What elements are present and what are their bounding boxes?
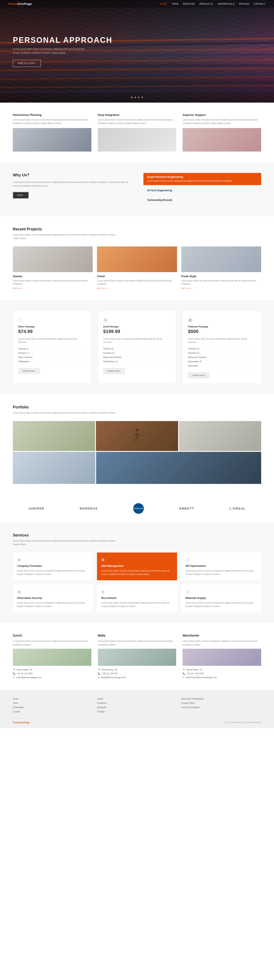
service-text-3: Lorem ipsum dolor sit amet consectetuer … [186, 569, 257, 576]
services-title: Services [13, 533, 261, 538]
pricing-features-3: Hosting x10Domains x5Advanced FeaturesAu… [188, 347, 256, 368]
nav-link-pricing[interactable]: Pricing [239, 3, 250, 5]
nav-link-services[interactable]: Services [183, 3, 195, 5]
footer-link-2-1[interactable]: Twitter [97, 698, 103, 700]
service-icon-6: ◎ [186, 589, 257, 594]
footer-link-1-4[interactable]: Contact [13, 711, 20, 713]
location-email-3: ✉manchester@fumoonepage.com [183, 676, 261, 679]
pricing-btn-2[interactable]: Order Now › [103, 368, 125, 374]
service-icon-3: ◎ [186, 557, 257, 562]
nav-link-home[interactable]: Home [160, 3, 167, 5]
pricing-feature: Newsletter [188, 364, 256, 368]
portfolio-item-3[interactable] [179, 421, 261, 451]
hero-dot-2[interactable] [135, 97, 136, 98]
why-us-left: Why Us? Lorem ipsum dolor sit amet conse… [13, 173, 131, 198]
service-icon-1: ◉ [17, 557, 88, 562]
location-text-2: Lorem ipsum dolor sit amet consectetuer … [98, 639, 176, 647]
footer-link-2-3[interactable]: Instagram [97, 706, 106, 708]
svg-line-7 [0, 74, 274, 75]
service-card-3: ◎ KPI Optimization Lorem ipsum dolor sit… [181, 552, 261, 580]
pricing-btn-1[interactable]: Order Now › [18, 368, 40, 374]
nav-link-products[interactable]: Products [200, 3, 213, 5]
footer-link-3-1[interactable]: Subscribe to Newsletter [181, 698, 204, 700]
portfolio-item-5[interactable] [96, 452, 261, 484]
project-title-3: Fresh Style [181, 275, 261, 278]
location-address-2: 📍Street Name, 56 [98, 668, 176, 672]
footer-link-2-4[interactable]: Youtube [97, 711, 105, 713]
feature-text-3: Lorem ipsum dolor sit amet consectetuer … [183, 118, 261, 125]
footer-link-2-2[interactable]: Facebook [97, 702, 106, 704]
footer-link-1-2[interactable]: Team [13, 702, 18, 704]
service-title-6: Materials Supply [186, 597, 257, 600]
pricing-text-2: Lorem ipsum dolor sit amet consectetuer … [103, 337, 171, 344]
footer-logo-part2: OnePage [19, 721, 30, 724]
location-phone-2: 📞+356 21 234 567 [98, 672, 176, 676]
location-phone-1: 📞+41 44 123 4567 [13, 672, 91, 676]
logo-part2: OnePage [18, 2, 32, 6]
location-email-2: ✉malta@fumoonepage.com [98, 676, 176, 679]
why-feature-title-3: Outstanding Results [147, 199, 257, 202]
footer-col-1: HomeTeamCredentialsContact [13, 697, 93, 714]
footer-links-col-3: Subscribe to NewsletterPrivacy PolicyTer… [181, 697, 261, 710]
portfolio-item-2[interactable] [96, 421, 178, 451]
svg-line-26 [135, 437, 137, 441]
why-us-button[interactable]: More › [13, 192, 29, 198]
location-item-1: Zurich Lorem ipsum dolor sit amet consec… [13, 634, 91, 679]
project-image-3 [181, 247, 261, 272]
hero-content: Personal Approach Lorem ipsum dolor amet… [0, 36, 125, 67]
portfolio-item-1[interactable] [13, 421, 95, 451]
svg-line-25 [137, 434, 140, 436]
feature-title-3: Superior Support [183, 113, 261, 116]
features-grid: Harmonious Planning Lorem ipsum dolor si… [13, 113, 261, 151]
footer-bottom: FumoOnePage © 2024 FumoOnePage. All righ… [13, 718, 261, 724]
project-link-1[interactable]: Details › [13, 287, 93, 290]
footer-link-1-3[interactable]: Credentials [13, 706, 24, 708]
why-us-inner: Why Us? Lorem ipsum dolor sit amet conse… [13, 173, 261, 205]
hero-dot-4[interactable] [141, 97, 143, 98]
projects-subtitle: Lorem ipsum dolor sit amet consectetuer … [13, 233, 120, 240]
why-us-section: Why Us? Lorem ipsum dolor sit amet conse… [0, 162, 274, 216]
pricing-name-1: Silver Package [18, 325, 86, 328]
svg-line-24 [134, 434, 137, 436]
service-text-6: Lorem ipsum dolor sit amet consectetuer … [186, 601, 257, 608]
feature-item-2: Easy Integration Lorem ipsum dolor sit a… [98, 113, 176, 151]
hero-cta-button[interactable]: Find & Click › [13, 60, 41, 67]
footer-link-3-2[interactable]: Privacy Policy [181, 702, 195, 704]
pricing-features-1: Hosting x2Domains x1Basic FeaturesNotifi… [18, 347, 86, 364]
project-link-3[interactable]: Details › [181, 287, 261, 290]
pricing-feature: Domains x5 [188, 351, 256, 355]
service-card-1: ◉ Company Formation Lorem ipsum dolor si… [13, 552, 93, 580]
why-feature-normal-2: Hi-Tech Engineering [143, 186, 261, 195]
location-item-2: Malta Lorem ipsum dolor sit amet consect… [98, 634, 176, 679]
svg-line-10 [0, 86, 274, 88]
why-us-right: Expert Research Engineering Lorem ipsum … [143, 173, 261, 205]
nav-link-contact[interactable]: Contact [254, 3, 266, 5]
pricing-icon-2: ◈ [103, 316, 171, 323]
feature-text-1: Lorem ipsum dolor sit amet consectetuer … [13, 118, 91, 125]
pricing-btn-3[interactable]: Order Now › [188, 372, 210, 378]
footer-link-1-1[interactable]: Home [13, 698, 19, 700]
footer-link-3-3[interactable]: Terms & Conditions [181, 706, 200, 708]
hero-dot-3[interactable] [138, 97, 139, 98]
project-title-1: Interior [13, 275, 93, 278]
pricing-feature: Domains x1 [18, 351, 86, 355]
nav-link-team[interactable]: Team [171, 3, 178, 5]
portfolio-item-4[interactable] [13, 452, 95, 484]
navbar: FumoOnePage HomeTeamServicesProductsCred… [0, 0, 274, 8]
location-text-1: Lorem ipsum dolor sit amet consectetuer … [13, 639, 91, 647]
nav-link-credentials[interactable]: Credentials [218, 3, 235, 5]
service-card-2: ◈ Staff Management Lorem ipsum dolor sit… [97, 552, 177, 580]
pricing-card-2: ◈ Gold Package $199.99 Lorem ipsum dolor… [98, 311, 176, 383]
project-link-2[interactable]: Details › [97, 287, 177, 290]
svg-line-8 [0, 77, 274, 79]
hero-dot-1[interactable] [131, 97, 133, 98]
pricing-section: ◇ Silver Package $74.99 Lorem ipsum dolo… [0, 300, 274, 395]
service-icon-4: ◉ [17, 589, 88, 594]
pricing-feature: Notifications x3 [103, 360, 171, 364]
footer-col-3: Subscribe to NewsletterPrivacy PolicyTer… [181, 697, 261, 714]
location-info-2: 📍Street Name, 56 📞+356 21 234 567 ✉malta… [98, 668, 176, 679]
services-subtitle: Lorem ipsum dolor sit amet consectetuer … [13, 539, 120, 546]
location-address-3: 📍Street Name, 12 [183, 668, 261, 672]
footer-links-col-2: TwitterFacebookInstagramYoutube [97, 697, 177, 714]
clients-grid: JUNIPERNORDEUSZURICHAbbottL'OREAL [13, 503, 261, 514]
